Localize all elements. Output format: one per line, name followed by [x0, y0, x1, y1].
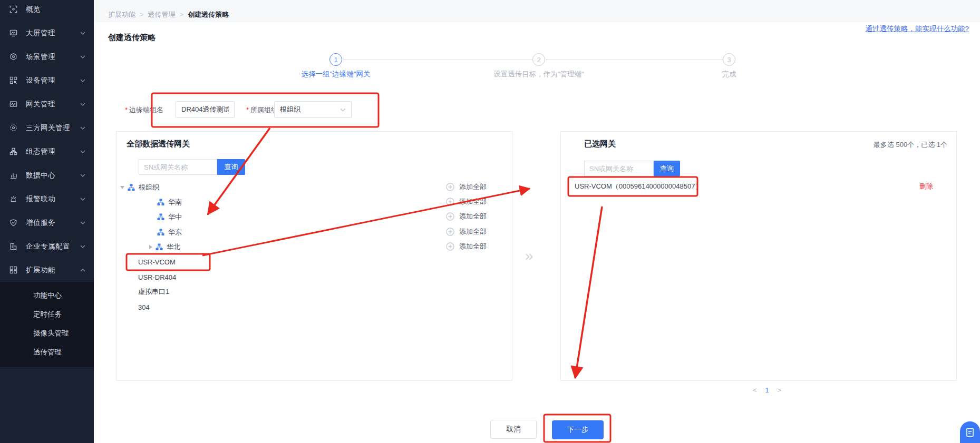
selected-gateways-title: 已选网关 [584, 139, 616, 149]
floating-doc-button[interactable] [960, 421, 980, 443]
sidebar-item-thirdparty-gateways[interactable]: 三方网关管理 [0, 116, 94, 140]
tree-node-huazhong[interactable]: 华中 [157, 211, 182, 223]
sidebar-item-overview[interactable]: 概览 [0, 0, 94, 21]
chevron-down-icon [80, 198, 85, 201]
step-1-label: 选择一组"边缘端"网关 [301, 70, 370, 79]
big-screen-icon [9, 29, 17, 37]
selected-gateway-row: USR-VCOM（00059614000000048507） 删除 [560, 177, 957, 196]
add-all-label: 添加全部 [459, 197, 487, 206]
sidebar-item-label: 三方网关管理 [26, 123, 70, 133]
breadcrumb: 扩展功能>透传管理>创建透传策略 [108, 10, 229, 19]
add-all-huanan[interactable]: 添加全部 [446, 196, 487, 208]
group-name-input[interactable] [176, 101, 235, 118]
pagination-page-1[interactable]: 1 [762, 386, 772, 394]
chevron-down-icon [80, 174, 85, 177]
sidebar-item-label: 增值服务 [26, 218, 55, 228]
sidebar-item-datacenter[interactable]: 数据中心 [0, 163, 94, 187]
tree-node-huabei[interactable]: 华北 [149, 241, 180, 253]
chevron-down-icon [80, 126, 85, 130]
left-search-button[interactable]: 查询 [217, 159, 245, 175]
pagination-prev[interactable]: < [748, 386, 762, 394]
add-all-huabei[interactable]: 添加全部 [446, 241, 487, 252]
tree-node-label: 华北 [167, 242, 180, 252]
step-2-label: 设置透传目标，作为"管理端" [493, 70, 584, 79]
chevron-up-icon [80, 269, 85, 272]
chevron-down-icon [80, 55, 85, 58]
chevron-down-icon [80, 221, 85, 224]
plus-circle-icon [446, 242, 454, 251]
sidebar-item-enterprise-config[interactable]: 企业专属配置 [0, 234, 94, 258]
sidebar-item-devices[interactable]: 设备管理 [0, 68, 94, 92]
sidebar-submenu: 功能中心 定时任务 摄像头管理 透传管理 [0, 282, 94, 367]
sidebar-item-scada[interactable]: 组态管理 [0, 140, 94, 163]
gateway-item-label: USR-DR404 [138, 273, 176, 281]
gateway-item-label: 虚拟串口1 [138, 287, 169, 297]
caret-down-icon[interactable] [120, 186, 124, 189]
sidebar-item-label: 数据中心 [26, 171, 55, 180]
organization-icon [157, 213, 164, 221]
chevron-down-icon [80, 79, 85, 82]
tree-node-label: 华东 [168, 228, 182, 237]
gateway-item-304[interactable]: 304 [138, 301, 150, 313]
tree-node-root-org[interactable]: 根组织 [120, 181, 159, 194]
add-all-huadong[interactable]: 添加全部 [446, 226, 487, 238]
pagination-next[interactable]: > [772, 386, 787, 394]
add-all-root[interactable]: 添加全部 [446, 181, 487, 193]
sidebar-item-extensions[interactable]: 扩展功能 [0, 258, 94, 282]
org-label: *所属组织 [246, 105, 278, 115]
sidebar-item-screens[interactable]: 大屏管理 [0, 21, 94, 45]
sidebar-item-label: 场景管理 [26, 52, 55, 62]
caret-right-icon[interactable] [149, 245, 152, 249]
alarm-icon [9, 195, 17, 203]
sidebar-item-gateways[interactable]: 网关管理 [0, 92, 94, 116]
breadcrumb-separator: > [180, 11, 184, 18]
sidebar-item-alarm[interactable]: 报警联动 [0, 187, 94, 211]
help-link[interactable]: 通过透传策略，能实现什么功能? [865, 24, 969, 34]
tree-node-label: 华南 [168, 198, 182, 207]
right-search-button[interactable]: 查询 [654, 161, 680, 176]
gateway-item-usr-dr404[interactable]: USR-DR404 [138, 271, 176, 283]
scene-icon [9, 53, 17, 61]
sidebar-subitem-function-center[interactable]: 功能中心 [0, 286, 94, 305]
sidebar-subitem-camera-management[interactable]: 摄像头管理 [0, 324, 94, 343]
right-search-input[interactable] [584, 161, 654, 176]
breadcrumb-separator: > [140, 11, 144, 18]
chevron-down-icon [80, 103, 85, 106]
sidebar-item-scenes[interactable]: 场景管理 [0, 45, 94, 68]
scada-icon [9, 147, 17, 155]
breadcrumb-passthrough[interactable]: 透传管理 [148, 11, 176, 18]
sidebar-subitem-scheduled-tasks[interactable]: 定时任务 [0, 305, 94, 324]
left-search-input[interactable] [139, 159, 217, 175]
chevron-down-icon [80, 32, 85, 35]
extensions-icon [9, 266, 17, 274]
step-2-circle: 2 [532, 53, 545, 66]
required-asterisk: * [246, 106, 249, 114]
app-root: 概览 大屏管理 场景管理 设备管理 网关管理 [0, 0, 980, 443]
add-all-huazhong[interactable]: 添加全部 [446, 211, 487, 222]
sidebar-item-label: 大屏管理 [26, 28, 55, 38]
sidebar-item-label: 设备管理 [26, 76, 55, 85]
breadcrumb-extensions[interactable]: 扩展功能 [108, 11, 135, 18]
org-select-value: 根组织 [280, 105, 340, 114]
next-step-button[interactable]: 下一步 [552, 420, 604, 439]
value-added-icon [9, 219, 17, 227]
plus-circle-icon [446, 183, 454, 191]
selection-limit-text: 最多选 500个，已选 1个 [874, 140, 947, 150]
organization-icon [157, 199, 164, 206]
org-select[interactable]: 根组织 [274, 101, 352, 118]
gateway-item-virtual-serial-1[interactable]: 虚拟串口1 [138, 286, 169, 298]
sidebar-item-label: 网关管理 [26, 100, 55, 109]
step-3-circle: 3 [723, 53, 735, 66]
cancel-button[interactable]: 取消 [490, 420, 537, 439]
breadcrumb-current: 创建透传策略 [188, 11, 229, 18]
gateway-item-usr-vcom[interactable]: USR-VCOM [138, 255, 176, 268]
tree-node-huadong[interactable]: 华东 [157, 226, 182, 239]
tree-node-huanan[interactable]: 华南 [157, 196, 182, 209]
step-connector [546, 59, 723, 60]
sidebar-item-value-added[interactable]: 增值服务 [0, 211, 94, 234]
delete-link[interactable]: 删除 [919, 182, 933, 191]
add-all-label: 添加全部 [459, 182, 487, 192]
sidebar-subitem-passthrough-management[interactable]: 透传管理 [0, 343, 94, 362]
selected-gateway-name: USR-VCOM（00059614000000048507） [575, 182, 702, 191]
sidebar-item-label: 扩展功能 [26, 265, 55, 275]
